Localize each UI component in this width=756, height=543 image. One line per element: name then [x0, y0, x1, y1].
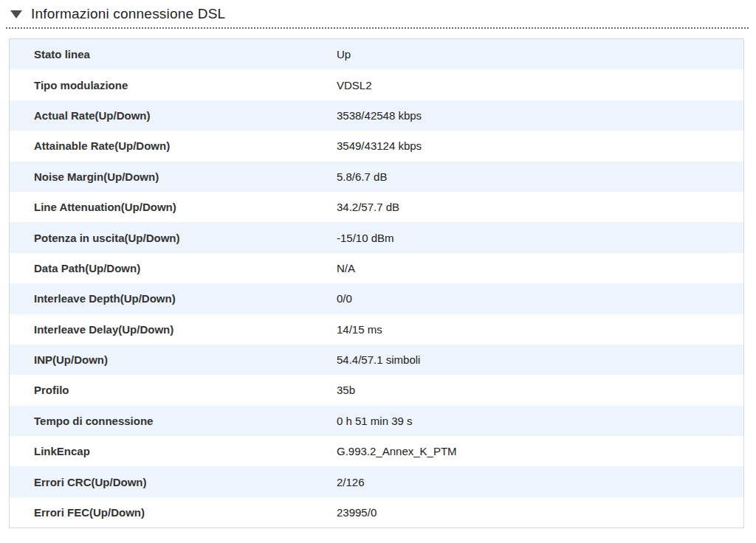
- row-label: Interleave Depth(Up/Down): [34, 292, 176, 305]
- row-value: VDSL2: [337, 79, 372, 91]
- dsl-info-table: Stato linea Up Tipo modulazione VDSL2 Ac…: [9, 38, 744, 528]
- row-label: Data Path(Up/Down): [34, 262, 140, 274]
- row-value: 0 h 51 min 39 s: [337, 415, 413, 427]
- row-value: 3538/42548 kbps: [337, 109, 422, 122]
- row-label: Actual Rate(Up/Down): [34, 109, 151, 122]
- table-row: Interleave Delay(Up/Down) 14/15 ms: [10, 314, 743, 345]
- row-label: INP(Up/Down): [34, 353, 108, 366]
- table-row: Actual Rate(Up/Down) 3538/42548 kbps: [10, 100, 743, 131]
- table-row: Interleave Depth(Up/Down) 0/0: [10, 283, 743, 314]
- table-row: Noise Margin(Up/Down) 5.8/6.7 dB: [10, 162, 743, 192]
- row-value: 2/126: [337, 476, 365, 488]
- row-label: Errori FEC(Up/Down): [34, 506, 145, 519]
- row-value: 23995/0: [337, 506, 377, 519]
- dsl-section-header[interactable]: Informazioni connessione DSL: [0, 0, 756, 23]
- row-value: 0/0: [337, 292, 352, 305]
- row-label: Stato linea: [34, 48, 90, 60]
- row-label: Noise Margin(Up/Down): [34, 170, 159, 183]
- row-label: Tempo di connessione: [34, 415, 153, 427]
- table-row: Attainable Rate(Up/Down) 3549/43124 kbps: [10, 131, 743, 161]
- row-value: 3549/43124 kbps: [337, 139, 422, 152]
- table-row: LinkEncap G.993.2_Annex_K_PTM: [10, 436, 743, 466]
- row-label: Profilo: [34, 384, 69, 396]
- row-label: Line Attenuation(Up/Down): [34, 201, 176, 213]
- row-value: Up: [337, 48, 351, 60]
- table-row: Tipo modulazione VDSL2: [10, 69, 743, 100]
- table-row: Line Attenuation(Up/Down) 34.2/57.7 dB: [10, 192, 743, 222]
- row-value: 35b: [337, 384, 355, 396]
- row-value: 14/15 ms: [337, 323, 382, 336]
- table-row: Stato linea Up: [10, 39, 743, 69]
- section-title: Informazioni connessione DSL: [31, 6, 225, 22]
- row-value: N/A: [337, 262, 355, 274]
- row-label: Potenza in uscita(Up/Down): [34, 232, 180, 244]
- row-label: Interleave Delay(Up/Down): [34, 323, 173, 336]
- table-row: INP(Up/Down) 54.4/57.1 simboli: [10, 345, 743, 375]
- table-row: Tempo di connessione 0 h 51 min 39 s: [10, 406, 743, 436]
- row-label: Attainable Rate(Up/Down): [34, 139, 170, 152]
- table-row: Errori FEC(Up/Down) 23995/0: [10, 497, 743, 528]
- row-label: LinkEncap: [34, 445, 90, 457]
- row-value: -15/10 dBm: [337, 232, 394, 244]
- row-label: Errori CRC(Up/Down): [34, 476, 147, 488]
- collapse-triangle-icon[interactable]: [10, 10, 22, 18]
- row-value: G.993.2_Annex_K_PTM: [337, 445, 457, 457]
- table-row: Errori CRC(Up/Down) 2/126: [10, 466, 743, 497]
- table-row: Potenza in uscita(Up/Down) -15/10 dBm: [10, 222, 743, 252]
- table-row: Profilo 35b: [10, 375, 743, 405]
- dotted-separator: [6, 27, 749, 29]
- row-value: 5.8/6.7 dB: [337, 170, 387, 183]
- row-value: 54.4/57.1 simboli: [337, 353, 420, 366]
- table-row: Data Path(Up/Down) N/A: [10, 253, 743, 283]
- row-value: 34.2/57.7 dB: [337, 201, 399, 213]
- row-label: Tipo modulazione: [34, 79, 128, 91]
